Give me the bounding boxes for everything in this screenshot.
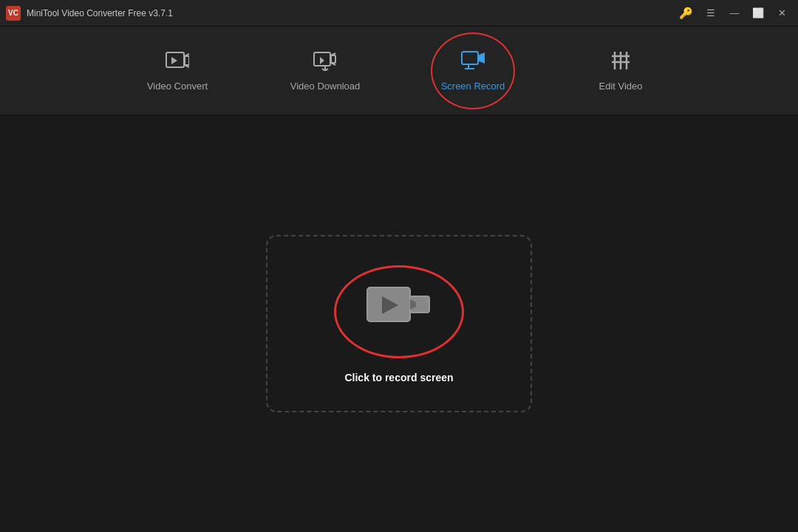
svg-rect-7 <box>331 55 335 63</box>
video-convert-icon <box>166 50 189 75</box>
maximize-button[interactable]: ⬜ <box>748 4 768 22</box>
tab-edit-video[interactable]: Edit Video <box>547 27 695 115</box>
edit-video-icon <box>609 50 632 75</box>
tab-screen-record-label: Screen Record <box>441 81 505 92</box>
app-title: MiniTool Video Converter Free v3.7.1 <box>27 8 173 18</box>
title-bar-left: VC MiniTool Video Converter Free v3.7.1 <box>6 6 173 21</box>
tab-video-download-label: Video Download <box>290 81 360 92</box>
tab-screen-record[interactable]: Screen Record <box>399 27 547 115</box>
tab-edit-video-label: Edit Video <box>598 81 642 92</box>
nav-bar: Video Convert Video Download <box>0 27 798 115</box>
camera-icon <box>366 286 432 338</box>
main-content: Click to record screen <box>0 115 798 532</box>
video-download-icon <box>313 50 337 75</box>
svg-rect-3 <box>185 56 189 65</box>
minimize-button[interactable]: — <box>724 4 745 22</box>
close-button[interactable]: ✕ <box>771 4 792 22</box>
title-bar: VC MiniTool Video Converter Free v3.7.1 … <box>0 0 798 27</box>
tab-video-convert[interactable]: Video Convert <box>103 27 251 115</box>
app-logo: VC <box>6 6 21 21</box>
screen-record-icon <box>461 50 485 75</box>
tab-video-convert-label: Video Convert <box>147 81 208 92</box>
record-area[interactable]: Click to record screen <box>266 235 532 412</box>
tab-video-download[interactable]: Video Download <box>251 27 399 115</box>
title-bar-controls: 🔑 ☰ — ⬜ ✕ <box>679 4 792 22</box>
menu-button[interactable]: ☰ <box>700 4 721 22</box>
svg-rect-9 <box>462 52 478 64</box>
camera-icon-wrap <box>332 264 466 360</box>
key-icon: 🔑 <box>679 7 693 20</box>
record-cta-label: Click to record screen <box>344 372 453 383</box>
